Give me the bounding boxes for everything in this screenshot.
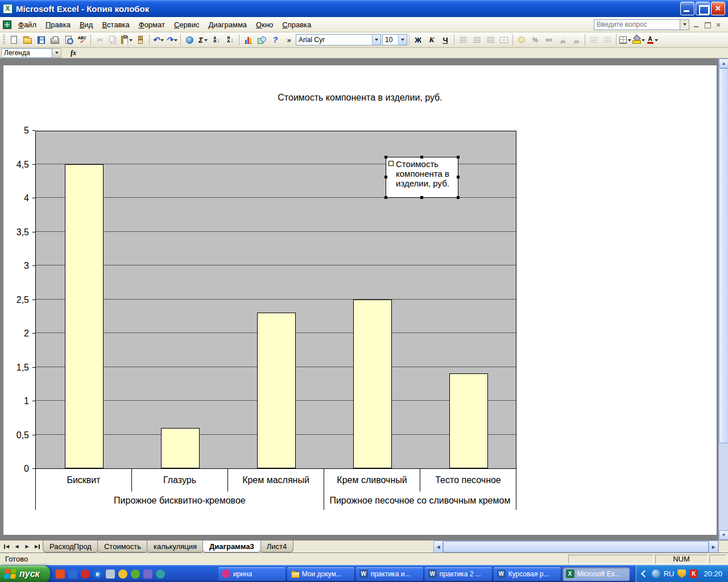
bold-button[interactable]: Ж <box>411 34 425 46</box>
next-sheet-icon[interactable]: ▶ <box>22 542 32 552</box>
legend[interactable]: Стоимость компонента в изделии, руб. <box>386 157 458 198</box>
selection-handle[interactable] <box>420 196 423 199</box>
maximize-button[interactable] <box>696 2 710 15</box>
tab-list4[interactable]: Лист4 <box>260 541 293 552</box>
category-group-axis[interactable]: Пирожное бисквитно-кремовоеПирожное песо… <box>35 492 516 510</box>
chevron-down-icon[interactable] <box>398 35 407 45</box>
menu-window[interactable]: Окно <box>251 18 278 31</box>
language-indicator[interactable]: RU <box>664 569 675 578</box>
horizontal-scroll-track[interactable] <box>443 541 709 553</box>
menu-help[interactable]: Справка <box>278 18 316 31</box>
quick-launch-icon-5[interactable] <box>106 569 115 579</box>
toolbar-options-button[interactable]: » <box>282 34 296 46</box>
internet-explorer-icon[interactable]: e <box>93 569 102 579</box>
open-button[interactable] <box>20 34 34 46</box>
save-button[interactable] <box>34 34 48 46</box>
category-axis[interactable]: БисквитГлазурьКрем масляныйКрем сливочны… <box>35 469 516 492</box>
title-bar[interactable]: Microsoft Excel - Копия колобок <box>0 0 728 17</box>
chart-title[interactable]: Стоимость компонента в изделии, руб. <box>3 93 717 103</box>
format-painter-button[interactable] <box>134 34 147 46</box>
kaspersky-icon[interactable]: K <box>689 569 698 578</box>
chart-bar[interactable] <box>161 428 200 468</box>
workbook-restore-icon[interactable] <box>704 21 712 28</box>
ask-question-input[interactable] <box>594 19 680 30</box>
help-button[interactable]: ? <box>268 34 282 46</box>
chevron-down-icon[interactable] <box>372 35 380 45</box>
taskbar-button-excel[interactable]: XMicrosoft Ex... <box>562 567 630 581</box>
currency-button[interactable] <box>515 34 528 46</box>
selection-handle[interactable] <box>384 156 387 159</box>
selection-handle[interactable] <box>420 156 423 159</box>
menu-file[interactable]: Файл <box>14 18 41 31</box>
hide-icons-chevron-icon[interactable] <box>641 570 648 577</box>
font-size-combo[interactable]: 10 <box>382 34 407 45</box>
align-left-button[interactable] <box>456 34 470 46</box>
merge-center-button[interactable] <box>497 34 511 46</box>
clock[interactable]: 20:20 <box>704 569 722 578</box>
value-axis[interactable]: 00,511,522,533,544,55 <box>3 131 35 469</box>
vertical-scroll-thumb[interactable] <box>719 68 728 443</box>
menu-tools[interactable]: Сервис <box>169 18 204 31</box>
scroll-down-icon[interactable]: ▼ <box>719 530 728 540</box>
decrease-indent-button[interactable]: ← <box>587 34 601 46</box>
quick-launch-icon-9[interactable] <box>156 569 165 579</box>
workbook-close-icon[interactable] <box>714 21 722 28</box>
redo-button[interactable] <box>165 34 179 46</box>
menu-format[interactable]: Формат <box>134 18 169 31</box>
new-button[interactable] <box>7 34 20 46</box>
percent-button[interactable]: % <box>528 34 542 46</box>
autosum-button[interactable]: Σ <box>196 34 210 46</box>
paste-button[interactable] <box>120 34 134 46</box>
previous-sheet-icon[interactable]: ◀ <box>12 542 22 552</box>
vertical-scrollbar[interactable]: ▲ ▼ <box>718 59 728 540</box>
quick-launch-icon-1[interactable] <box>56 569 65 579</box>
cut-button[interactable] <box>93 34 106 46</box>
chart-bar[interactable] <box>449 373 488 468</box>
selection-handle[interactable] <box>384 176 387 178</box>
font-color-button[interactable]: А <box>646 34 659 46</box>
workbook-minimize-icon[interactable] <box>693 21 701 28</box>
menu-view[interactable]: Вид <box>75 18 98 31</box>
tab-rashodprod[interactable]: РасходПрод <box>43 541 98 552</box>
quick-launch-icon-2[interactable] <box>68 569 77 579</box>
borders-button[interactable] <box>618 34 632 46</box>
decrease-decimal-button[interactable]: ←,00 <box>569 34 583 46</box>
scroll-right-icon[interactable]: ▶ <box>709 541 718 553</box>
align-right-button[interactable] <box>483 34 497 46</box>
menu-chart[interactable]: Диаграмма <box>204 18 251 31</box>
copy-button[interactable] <box>106 34 120 46</box>
fill-color-button[interactable] <box>632 34 646 46</box>
italic-button[interactable]: К <box>425 34 439 46</box>
selection-handle[interactable] <box>457 176 460 178</box>
chart-wizard-button[interactable] <box>241 34 255 46</box>
menu-edit[interactable]: Правка <box>41 18 75 31</box>
hyperlink-button[interactable] <box>183 34 196 46</box>
increase-indent-button[interactable]: → <box>601 34 614 46</box>
selection-handle[interactable] <box>457 156 460 159</box>
tab-diagramma3[interactable]: Диаграмма3 <box>202 541 261 552</box>
undo-button[interactable] <box>151 34 165 46</box>
tab-kalkulyaciya[interactable]: калькуляция <box>147 541 204 552</box>
underline-button[interactable]: Ч <box>439 34 452 46</box>
drawing-button[interactable] <box>255 34 268 46</box>
scroll-up-icon[interactable]: ▲ <box>719 59 728 68</box>
quick-launch-icon-3[interactable] <box>81 569 90 579</box>
taskbar-button-praktika2[interactable]: Wпрактика 2 ... <box>425 567 492 581</box>
print-button[interactable] <box>48 34 61 46</box>
first-sheet-icon[interactable]: ◀ <box>2 542 11 552</box>
chart-bar[interactable] <box>353 300 392 469</box>
selection-handle[interactable] <box>457 196 460 199</box>
menu-insert[interactable]: Вставка <box>97 18 134 31</box>
chart-bar[interactable] <box>257 313 296 468</box>
thousands-button[interactable]: 000 <box>542 34 556 46</box>
question-dropdown-icon[interactable] <box>680 19 689 30</box>
taskbar-button-praktika1[interactable]: Wпрактика и... <box>356 567 423 581</box>
taskbar-button-irina[interactable]: ирина <box>218 567 286 581</box>
quick-launch-icon-6[interactable] <box>118 569 127 579</box>
quick-launch-icon-8[interactable] <box>143 569 152 579</box>
quick-launch-icon-7[interactable] <box>131 569 140 579</box>
minimize-button[interactable] <box>680 2 694 15</box>
last-sheet-icon[interactable]: ▶ <box>32 542 42 552</box>
selection-handle[interactable] <box>384 196 387 199</box>
taskbar-button-my-documents[interactable]: Мои докум... <box>287 567 354 581</box>
